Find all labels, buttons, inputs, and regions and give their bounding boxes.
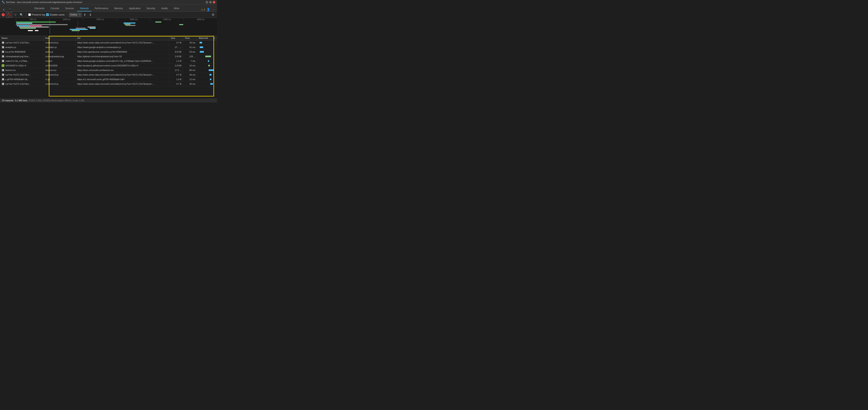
tab-right-controls: ⚠ 3 👤 ··· xyxy=(201,8,215,11)
tab-audits[interactable]: Audits xyxy=(158,6,170,11)
tab-sources[interactable]: Sources xyxy=(62,6,77,11)
table-row[interactable]: 📄 favicon.ico /favicon.ico https://docs.… xyxy=(0,68,217,72)
separator-1 xyxy=(26,13,26,17)
disable-cache-checkbox[interactable] xyxy=(46,13,49,16)
table-row[interactable]: 📄 t.js?ver=%272.1%27&m... /collect/v1/t.… xyxy=(0,40,217,45)
file-icon: 📄 xyxy=(2,60,4,62)
sort-icon[interactable]: ▲ xyxy=(214,37,215,39)
waterfall-bar-container xyxy=(199,46,215,49)
waterfall-bar xyxy=(210,74,212,76)
tab-elements[interactable]: Elements xyxy=(32,6,47,11)
cell-time: 10 ms xyxy=(183,63,197,68)
cell-waterfall xyxy=(197,82,217,86)
file-icon: 📄 xyxy=(2,51,4,53)
cursor-icon[interactable]: ↖ xyxy=(2,8,6,11)
record-button[interactable] xyxy=(2,13,5,16)
table-row[interactable]: 📄 t.js?ver=%272.1%27&m... /collect/v1/t.… xyxy=(0,72,217,77)
file-icon: 📄 xyxy=(2,69,4,71)
table-row[interactable]: 📄 c.gif?DI=4050&did=1&... /c.gif https:/… xyxy=(0,77,217,82)
table-row[interactable]: 🖼 34316555?s=32&v=4 /u/34316555 https://… xyxy=(0,63,217,68)
waterfall-bar-container xyxy=(199,69,215,71)
upload-button[interactable]: ⬆ xyxy=(83,12,87,17)
search-button[interactable]: 🔍 xyxy=(19,12,24,17)
cell-time: 80 ms xyxy=(183,68,197,72)
request-count: 29 requests xyxy=(2,99,13,101)
waterfall-bar xyxy=(208,60,209,62)
cell-url: https://cdn.speedcurve.com/js/lux.js?id=… xyxy=(76,50,169,54)
close-button[interactable]: ✕ xyxy=(213,1,215,4)
waterfall-bar xyxy=(205,56,211,57)
timeline-ruler: 500 ms 1000 ms 1500 ms 2000 ms 2500 ms 3… xyxy=(0,18,217,21)
cell-url: https://github.com/zoherghadyali.png?siz… xyxy=(76,54,169,59)
devtools-toolbar-left: ↖ 📱 xyxy=(2,8,12,11)
tick-3000: 3000 ms xyxy=(184,18,217,21)
tab-performance[interactable]: Performance xyxy=(92,6,111,11)
cell-time: 35 ms xyxy=(183,82,197,86)
cell-name: 📄 analytics.js xyxy=(0,45,44,50)
tab-security[interactable]: Security xyxy=(144,6,158,11)
tab-application[interactable]: Application xyxy=(126,6,143,11)
table-row[interactable]: 📄 analytics.js /analytics.js https://www… xyxy=(0,45,217,50)
cell-url: https://web.vortex.data.microsoft.com/co… xyxy=(76,40,169,45)
table-row[interactable]: 📄 zoherghadyali.png?size... /zoherghadya… xyxy=(0,54,217,59)
cell-name: 📄 t.js?ver=%272.1%27&m... xyxy=(0,82,44,86)
more-icon[interactable]: ··· xyxy=(212,8,215,11)
cell-name: 🖼 34316555?s=32&v=4 xyxy=(0,63,44,68)
cell-path: /zoherghadyali.png xyxy=(44,54,76,59)
maximize-button[interactable]: □ xyxy=(209,1,212,4)
cell-url: https://web.vortex.data.microsoft.com/co… xyxy=(76,82,169,86)
table-row[interactable]: 📄 lux.js?id=409849828 /js/lux.js https:/… xyxy=(0,50,217,54)
cell-waterfall xyxy=(197,54,217,59)
cell-time: 34 ms xyxy=(183,72,197,77)
waterfall-bar xyxy=(200,47,203,48)
filter-button[interactable]: ▽ xyxy=(13,12,18,17)
transferred-size: 5.1 MB trans xyxy=(15,99,27,101)
timeline: 500 ms 1000 ms 1500 ms 2000 ms 2500 ms 3… xyxy=(0,18,217,36)
preserve-log-checkbox[interactable] xyxy=(28,13,31,16)
cell-size: 1.4 B xyxy=(169,59,183,63)
table-row[interactable]: 📄 collect?v=1&_v=j79&a... /collect https… xyxy=(0,59,217,63)
col-header-size: Size xyxy=(169,36,183,40)
col-header-waterfall: Waterfall ▲ xyxy=(197,36,217,40)
separator-2 xyxy=(67,13,67,17)
account-icon[interactable]: 👤 xyxy=(207,8,210,11)
file-icon: 📄 xyxy=(2,46,4,49)
cell-size: 1.4 B xyxy=(169,77,183,82)
cell-name: 📄 favicon.ico xyxy=(0,68,44,72)
col-header-url: Url xyxy=(76,36,169,40)
clear-button[interactable]: 🚫 xyxy=(6,12,12,17)
file-icon: 📄 xyxy=(2,41,4,44)
tick-1000: 1000 ms xyxy=(50,18,83,21)
cell-waterfall xyxy=(197,45,217,50)
tab-hints[interactable]: Hints xyxy=(171,6,182,11)
table-row[interactable]: 📄 t.js?ver=%272.1%27&m... /collect/v1/t.… xyxy=(0,82,217,86)
tab-memory[interactable]: Memory xyxy=(112,6,126,11)
waterfall-bar-container xyxy=(199,41,215,44)
preserve-log-label[interactable]: Preserve log xyxy=(28,13,45,16)
tab-console[interactable]: Console xyxy=(48,6,62,11)
waterfall-bar-container xyxy=(199,55,215,58)
cell-name: 📄 t.js?ver=%272.1%27&m... xyxy=(0,40,44,45)
device-icon[interactable]: 📱 xyxy=(7,8,12,11)
tick-2500: 2500 ms xyxy=(150,18,183,21)
waterfall-bar xyxy=(199,42,202,43)
tab-network[interactable]: Network xyxy=(77,6,91,11)
waterfall-bar xyxy=(210,79,211,80)
col-header-path: Path xyxy=(44,36,76,40)
cell-time: 53 ms xyxy=(183,50,197,54)
disable-cache-label[interactable]: Disable cache xyxy=(46,13,64,16)
devtools-icon: 🔧 xyxy=(2,1,5,4)
tick-1500: 1500 ms xyxy=(83,18,117,21)
throttle-select[interactable]: Online xyxy=(69,13,82,17)
cell-path: /u/34316555 xyxy=(44,63,76,68)
settings-button[interactable]: ⚙ xyxy=(211,12,215,17)
cell-path: /collect/v1/t.js xyxy=(44,82,76,86)
minimize-button[interactable]: – xyxy=(206,1,208,4)
cell-path: /favicon.ico xyxy=(44,68,76,72)
waterfall-bar-container xyxy=(199,83,215,85)
cell-name: 📄 zoherghadyali.png?size... xyxy=(0,54,44,59)
tick-500: 500 ms xyxy=(16,18,50,21)
cell-name: 📄 c.gif?DI=4050&did=1&... xyxy=(0,77,44,82)
download-button[interactable]: ⬇ xyxy=(88,12,93,17)
network-table[interactable]: Name Path Url Size Time Waterfall ▲ 📄 t.… xyxy=(0,36,217,102)
